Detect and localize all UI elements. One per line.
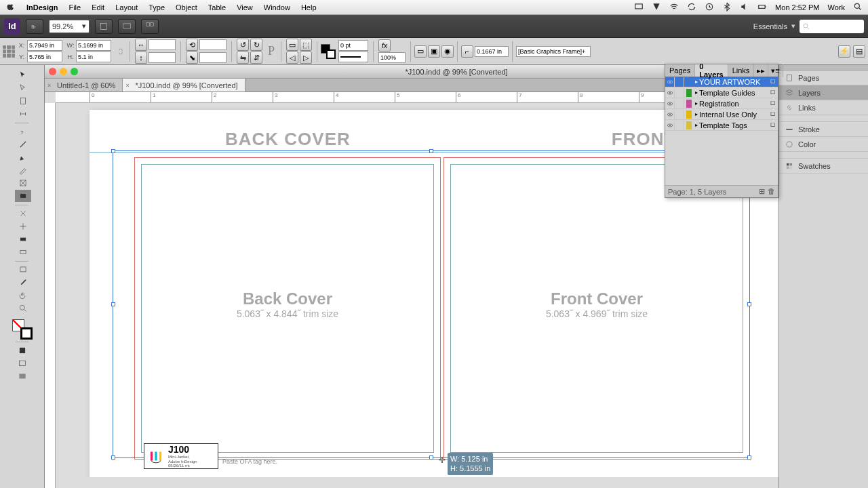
layer-row[interactable]: ▸Template Tags☐ xyxy=(665,120,778,131)
menu-file[interactable]: File xyxy=(68,3,81,12)
tab-untitled[interactable]: ×Untitled-1 @ 60% xyxy=(45,79,123,92)
scale-x-icon[interactable]: ↔ xyxy=(135,39,147,51)
next-obj-button[interactable]: ▷ xyxy=(300,52,312,64)
lock-slot[interactable] xyxy=(675,121,684,130)
display-icon[interactable] xyxy=(634,2,644,13)
prev-obj-button[interactable]: ◁ xyxy=(286,52,298,64)
x-position-input[interactable]: 5.7949 in xyxy=(27,40,62,51)
delete-layer-icon[interactable]: 🗑 xyxy=(768,187,775,196)
layer-row[interactable]: ▸YOUR ARTWORK☐ xyxy=(665,77,778,87)
visibility-icon[interactable] xyxy=(665,110,675,119)
menu-table[interactable]: Table xyxy=(208,3,226,12)
spotlight-icon[interactable] xyxy=(853,2,863,13)
opacity-input[interactable]: 100% xyxy=(378,52,406,63)
timemachine-icon[interactable] xyxy=(705,2,714,13)
rotate-cw-button[interactable]: ↻ xyxy=(250,39,262,51)
visibility-icon[interactable] xyxy=(665,99,675,108)
battery-icon[interactable] xyxy=(757,2,767,13)
layer-row[interactable]: ▸Template Guides☐ xyxy=(665,87,778,98)
gradient-swatch-tool[interactable] xyxy=(15,233,31,245)
menu-help[interactable]: Help xyxy=(301,3,317,12)
eyedropper-tool[interactable] xyxy=(15,277,31,289)
lock-slot[interactable] xyxy=(675,99,684,108)
hand-tool[interactable] xyxy=(15,289,31,302)
object-style-select[interactable]: [Basic Graphics Frame]+ xyxy=(516,46,591,57)
y-position-input[interactable]: 5.765 in xyxy=(27,52,62,62)
transform-tool[interactable] xyxy=(15,220,31,232)
sync-icon[interactable] xyxy=(687,2,696,13)
apple-icon[interactable] xyxy=(5,1,16,13)
dock-item-stroke[interactable]: Stroke xyxy=(779,122,868,137)
rotate-input[interactable] xyxy=(199,39,226,50)
bridge-button[interactable]: Br xyxy=(26,19,43,34)
ruler-vertical[interactable] xyxy=(45,103,56,488)
menu-edit[interactable]: Edit xyxy=(92,3,104,12)
menu-object[interactable]: Object xyxy=(176,3,197,12)
view-options-button[interactable] xyxy=(95,19,113,34)
type-tool[interactable]: T xyxy=(15,125,31,138)
search-input[interactable] xyxy=(800,20,864,33)
window-controls[interactable] xyxy=(49,68,78,75)
screen-mode-button[interactable] xyxy=(118,19,136,34)
note-tool[interactable] xyxy=(15,264,31,276)
gradient-feather-tool[interactable] xyxy=(15,246,31,258)
page-tool[interactable] xyxy=(15,95,31,107)
scale-y-icon[interactable]: ↕ xyxy=(135,52,147,64)
panel-tab-pages[interactable]: Pages xyxy=(665,64,695,77)
corner-radius-input[interactable]: 0.1667 in xyxy=(475,46,509,57)
zoom-level-input[interactable]: 99.2%▾ xyxy=(49,20,90,33)
zoom-tool[interactable] xyxy=(15,302,31,314)
dock-item-swatches[interactable]: Swatches xyxy=(779,159,868,174)
selection-rect[interactable] xyxy=(113,150,750,458)
constrain-icon[interactable] xyxy=(114,46,126,57)
panel-collapse-icon[interactable]: ▸▸ xyxy=(754,64,768,77)
line-tool[interactable] xyxy=(15,138,31,150)
panel-menu-button[interactable]: ▤ xyxy=(853,45,865,58)
close-icon[interactable]: × xyxy=(125,82,129,89)
gap-tool[interactable] xyxy=(15,108,31,120)
bluetooth-icon[interactable] xyxy=(722,2,732,13)
selection-tool[interactable] xyxy=(15,69,31,81)
flip-h-button[interactable]: ⇋ xyxy=(237,52,249,64)
pencil-tool[interactable] xyxy=(15,164,31,176)
menu-view[interactable]: View xyxy=(237,3,253,12)
volume-icon[interactable] xyxy=(740,2,749,13)
quick-apply-button[interactable]: ⚡ xyxy=(838,45,850,58)
layers-panel[interactable]: Pages 0 Layers Links ▸▸ ▾≡ ▸YOUR ARTWORK… xyxy=(665,64,778,198)
fx-button[interactable]: fx xyxy=(378,39,391,52)
new-layer-icon[interactable]: ⊞ xyxy=(759,187,765,196)
select-container-button[interactable]: ▭ xyxy=(286,39,298,51)
fill-stroke-swap[interactable] xyxy=(12,319,33,340)
wifi-icon[interactable] xyxy=(669,2,679,13)
clock[interactable]: Mon 2:52 PM xyxy=(775,3,819,12)
adobe-icon[interactable] xyxy=(652,2,661,13)
shear-icon[interactable]: ⬊ xyxy=(186,52,198,64)
apply-color-button[interactable] xyxy=(14,344,31,357)
stroke-swatch[interactable] xyxy=(326,49,336,59)
shear-input[interactable] xyxy=(199,52,226,63)
scale-x-input[interactable] xyxy=(149,39,176,50)
dock-item-color[interactable]: Color xyxy=(779,137,868,152)
layer-row[interactable]: ▸Registration☐ xyxy=(665,98,778,109)
frame-tool[interactable] xyxy=(15,177,31,189)
visibility-icon[interactable] xyxy=(665,121,675,130)
panel-tab-layers[interactable]: 0 Layers xyxy=(695,64,728,77)
flip-v-button[interactable]: ⇵ xyxy=(250,52,262,64)
tab-j100[interactable]: ×*J100.indd @ 99% [Converted] xyxy=(123,79,245,92)
dock-item-links[interactable]: Links xyxy=(779,100,868,115)
menu-layout[interactable]: Layout xyxy=(115,3,138,12)
rectangle-tool[interactable] xyxy=(15,190,31,202)
dock-item-layers[interactable]: Layers xyxy=(779,85,868,100)
reference-point[interactable] xyxy=(3,45,15,58)
lock-slot[interactable] xyxy=(675,110,684,119)
visibility-icon[interactable] xyxy=(665,88,675,98)
dock-grip[interactable] xyxy=(779,65,868,70)
menu-window[interactable]: Window xyxy=(264,3,290,12)
wrap-none-button[interactable]: ▭ xyxy=(414,45,427,58)
user-menu[interactable]: Work xyxy=(828,3,845,12)
wrap-shape-button[interactable]: ◉ xyxy=(441,45,454,58)
direct-select-tool[interactable] xyxy=(15,82,31,94)
height-input[interactable]: 5.1 in xyxy=(76,52,111,62)
menu-type[interactable]: Type xyxy=(149,3,165,12)
wrap-bbox-button[interactable]: ▣ xyxy=(428,45,440,58)
